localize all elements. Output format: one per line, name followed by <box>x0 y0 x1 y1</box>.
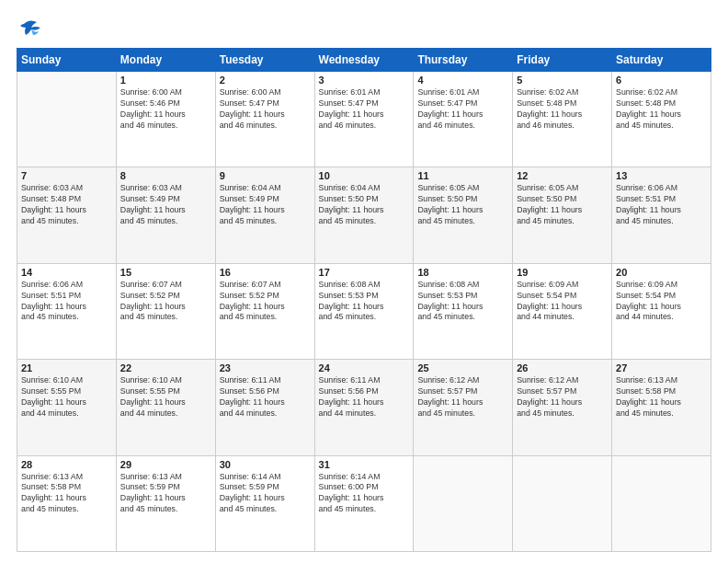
calendar-cell: 18Sunrise: 6:08 AMSunset: 5:53 PMDayligh… <box>414 263 513 359</box>
day-info: Sunrise: 6:02 AMSunset: 5:48 PMDaylight:… <box>616 87 707 132</box>
calendar-cell: 12Sunrise: 6:05 AMSunset: 5:50 PMDayligh… <box>513 167 612 263</box>
day-info: Sunrise: 6:12 AMSunset: 5:57 PMDaylight:… <box>417 375 508 419</box>
day-number: 10 <box>319 170 410 181</box>
day-number: 9 <box>220 170 311 181</box>
day-number: 4 <box>417 75 508 86</box>
day-info: Sunrise: 6:04 AMSunset: 5:49 PMDaylight:… <box>220 183 311 227</box>
day-info: Sunrise: 6:02 AMSunset: 5:48 PMDaylight:… <box>517 87 608 132</box>
header-day-friday: Friday <box>513 49 612 72</box>
day-number: 7 <box>21 170 112 181</box>
calendar-cell: 15Sunrise: 6:07 AMSunset: 5:52 PMDayligh… <box>116 263 215 359</box>
day-info: Sunrise: 6:10 AMSunset: 5:55 PMDaylight:… <box>120 375 211 419</box>
calendar-cell: 29Sunrise: 6:13 AMSunset: 5:59 PMDayligh… <box>116 455 215 551</box>
day-info: Sunrise: 6:07 AMSunset: 5:52 PMDaylight:… <box>120 280 211 324</box>
day-number: 19 <box>517 267 608 278</box>
day-info: Sunrise: 6:12 AMSunset: 5:57 PMDaylight:… <box>517 375 608 419</box>
day-number: 24 <box>319 362 410 373</box>
calendar-cell: 17Sunrise: 6:08 AMSunset: 5:53 PMDayligh… <box>314 263 414 359</box>
day-number: 25 <box>417 362 508 373</box>
day-number: 1 <box>120 75 211 86</box>
day-info: Sunrise: 6:03 AMSunset: 5:49 PMDaylight:… <box>120 183 211 227</box>
calendar-cell <box>17 72 117 167</box>
calendar-week-3: 14Sunrise: 6:06 AMSunset: 5:51 PMDayligh… <box>17 263 711 359</box>
header <box>17 17 711 39</box>
page: SundayMondayTuesdayWednesdayThursdayFrid… <box>0 0 728 563</box>
day-number: 30 <box>220 459 311 470</box>
calendar-cell: 1Sunrise: 6:00 AMSunset: 5:46 PMDaylight… <box>116 72 215 167</box>
calendar-week-5: 28Sunrise: 6:13 AMSunset: 5:58 PMDayligh… <box>17 455 711 551</box>
day-info: Sunrise: 6:09 AMSunset: 5:54 PMDaylight:… <box>517 280 608 324</box>
day-info: Sunrise: 6:14 AMSunset: 6:00 PMDaylight:… <box>319 472 410 516</box>
header-day-thursday: Thursday <box>414 49 513 72</box>
calendar-cell: 24Sunrise: 6:11 AMSunset: 5:56 PMDayligh… <box>314 360 414 455</box>
calendar-body: 1Sunrise: 6:00 AMSunset: 5:46 PMDaylight… <box>17 72 711 552</box>
day-number: 26 <box>517 362 608 373</box>
calendar-cell <box>414 455 513 551</box>
calendar-cell <box>612 455 711 551</box>
calendar-cell: 26Sunrise: 6:12 AMSunset: 5:57 PMDayligh… <box>513 360 612 455</box>
calendar-cell: 28Sunrise: 6:13 AMSunset: 5:58 PMDayligh… <box>17 455 117 551</box>
header-row: SundayMondayTuesdayWednesdayThursdayFrid… <box>17 49 711 72</box>
day-info: Sunrise: 6:08 AMSunset: 5:53 PMDaylight:… <box>319 280 410 324</box>
header-day-monday: Monday <box>116 49 215 72</box>
day-info: Sunrise: 6:03 AMSunset: 5:48 PMDaylight:… <box>21 183 112 227</box>
calendar-cell: 8Sunrise: 6:03 AMSunset: 5:49 PMDaylight… <box>116 167 215 263</box>
calendar-cell: 13Sunrise: 6:06 AMSunset: 5:51 PMDayligh… <box>612 167 711 263</box>
day-number: 16 <box>220 267 311 278</box>
day-number: 8 <box>120 170 211 181</box>
day-number: 2 <box>220 75 311 86</box>
calendar-cell: 21Sunrise: 6:10 AMSunset: 5:55 PMDayligh… <box>17 360 117 455</box>
header-day-saturday: Saturday <box>612 49 711 72</box>
calendar-cell: 31Sunrise: 6:14 AMSunset: 6:00 PMDayligh… <box>314 455 414 551</box>
calendar-cell: 3Sunrise: 6:01 AMSunset: 5:47 PMDaylight… <box>314 72 414 167</box>
day-info: Sunrise: 6:05 AMSunset: 5:50 PMDaylight:… <box>417 183 508 227</box>
day-info: Sunrise: 6:00 AMSunset: 5:46 PMDaylight:… <box>120 87 211 132</box>
calendar-cell: 5Sunrise: 6:02 AMSunset: 5:48 PMDaylight… <box>513 72 612 167</box>
calendar-week-1: 1Sunrise: 6:00 AMSunset: 5:46 PMDaylight… <box>17 72 711 167</box>
day-info: Sunrise: 6:00 AMSunset: 5:47 PMDaylight:… <box>220 87 311 132</box>
calendar-cell: 30Sunrise: 6:14 AMSunset: 5:59 PMDayligh… <box>215 455 314 551</box>
calendar-cell: 4Sunrise: 6:01 AMSunset: 5:47 PMDaylight… <box>414 72 513 167</box>
calendar-cell: 20Sunrise: 6:09 AMSunset: 5:54 PMDayligh… <box>612 263 711 359</box>
day-info: Sunrise: 6:11 AMSunset: 5:56 PMDaylight:… <box>319 375 410 419</box>
calendar-cell: 27Sunrise: 6:13 AMSunset: 5:58 PMDayligh… <box>612 360 711 455</box>
calendar-cell: 23Sunrise: 6:11 AMSunset: 5:56 PMDayligh… <box>215 360 314 455</box>
calendar-cell: 16Sunrise: 6:07 AMSunset: 5:52 PMDayligh… <box>215 263 314 359</box>
day-number: 23 <box>220 362 311 373</box>
day-info: Sunrise: 6:05 AMSunset: 5:50 PMDaylight:… <box>517 183 608 227</box>
day-info: Sunrise: 6:11 AMSunset: 5:56 PMDaylight:… <box>220 375 311 419</box>
day-info: Sunrise: 6:13 AMSunset: 5:58 PMDaylight:… <box>616 375 707 419</box>
day-number: 27 <box>616 362 707 373</box>
logo-icon <box>17 17 44 39</box>
day-number: 3 <box>319 75 410 86</box>
day-number: 18 <box>417 267 508 278</box>
day-number: 12 <box>517 170 608 181</box>
header-day-wednesday: Wednesday <box>314 49 414 72</box>
calendar-cell: 10Sunrise: 6:04 AMSunset: 5:50 PMDayligh… <box>314 167 414 263</box>
calendar-header: SundayMondayTuesdayWednesdayThursdayFrid… <box>17 49 711 72</box>
day-number: 17 <box>319 267 410 278</box>
day-number: 5 <box>517 75 608 86</box>
calendar-cell: 2Sunrise: 6:00 AMSunset: 5:47 PMDaylight… <box>215 72 314 167</box>
day-info: Sunrise: 6:07 AMSunset: 5:52 PMDaylight:… <box>220 280 311 324</box>
day-info: Sunrise: 6:06 AMSunset: 5:51 PMDaylight:… <box>616 183 707 227</box>
day-info: Sunrise: 6:13 AMSunset: 5:58 PMDaylight:… <box>21 472 112 516</box>
day-number: 13 <box>616 170 707 181</box>
day-number: 14 <box>21 267 112 278</box>
day-number: 6 <box>616 75 707 86</box>
day-info: Sunrise: 6:01 AMSunset: 5:47 PMDaylight:… <box>319 87 410 132</box>
day-info: Sunrise: 6:06 AMSunset: 5:51 PMDaylight:… <box>21 280 112 324</box>
header-day-tuesday: Tuesday <box>215 49 314 72</box>
calendar-cell: 6Sunrise: 6:02 AMSunset: 5:48 PMDaylight… <box>612 72 711 167</box>
day-number: 28 <box>21 459 112 470</box>
day-number: 21 <box>21 362 112 373</box>
day-number: 22 <box>120 362 211 373</box>
calendar-cell: 14Sunrise: 6:06 AMSunset: 5:51 PMDayligh… <box>17 263 117 359</box>
day-info: Sunrise: 6:14 AMSunset: 5:59 PMDaylight:… <box>220 472 311 516</box>
day-number: 20 <box>616 267 707 278</box>
calendar-cell: 11Sunrise: 6:05 AMSunset: 5:50 PMDayligh… <box>414 167 513 263</box>
day-info: Sunrise: 6:01 AMSunset: 5:47 PMDaylight:… <box>417 87 508 132</box>
calendar-cell: 19Sunrise: 6:09 AMSunset: 5:54 PMDayligh… <box>513 263 612 359</box>
calendar-cell: 9Sunrise: 6:04 AMSunset: 5:49 PMDaylight… <box>215 167 314 263</box>
calendar-week-2: 7Sunrise: 6:03 AMSunset: 5:48 PMDaylight… <box>17 167 711 263</box>
